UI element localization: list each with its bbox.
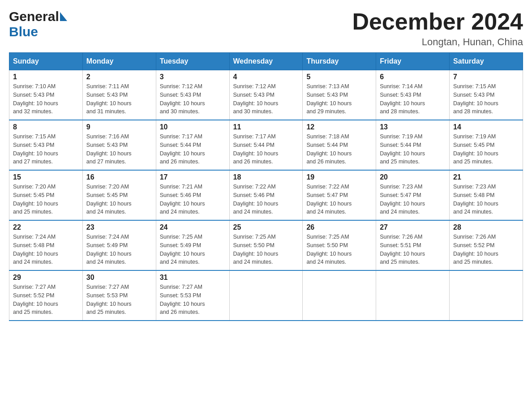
day-number: 22 xyxy=(13,223,79,231)
day-cell: 29Sunrise: 7:27 AMSunset: 5:52 PMDayligh… xyxy=(9,270,83,321)
day-cell: 23Sunrise: 7:24 AMSunset: 5:49 PMDayligh… xyxy=(82,220,156,270)
day-cell: 16Sunrise: 7:20 AMSunset: 5:45 PMDayligh… xyxy=(82,170,156,220)
day-info: Sunrise: 7:22 AMSunset: 5:46 PMDaylight:… xyxy=(233,183,299,216)
day-number: 25 xyxy=(233,223,299,231)
day-number: 12 xyxy=(306,123,372,131)
day-info: Sunrise: 7:25 AMSunset: 5:49 PMDaylight:… xyxy=(160,233,226,266)
header-tuesday: Tuesday xyxy=(156,53,229,70)
logo-arrow-icon xyxy=(60,12,67,21)
header-saturday: Saturday xyxy=(450,53,523,70)
day-number: 16 xyxy=(86,173,152,181)
day-info: Sunrise: 7:12 AMSunset: 5:43 PMDaylight:… xyxy=(233,82,299,116)
day-info: Sunrise: 7:25 AMSunset: 5:50 PMDaylight:… xyxy=(306,233,372,266)
day-cell: 17Sunrise: 7:21 AMSunset: 5:46 PMDayligh… xyxy=(156,170,229,220)
day-number: 3 xyxy=(160,73,226,81)
day-info: Sunrise: 7:20 AMSunset: 5:45 PMDaylight:… xyxy=(13,183,79,216)
day-cell: 7Sunrise: 7:15 AMSunset: 5:43 PMDaylight… xyxy=(450,70,523,120)
day-cell: 4Sunrise: 7:12 AMSunset: 5:43 PMDaylight… xyxy=(229,70,303,120)
day-number: 4 xyxy=(233,73,299,81)
day-cell: 14Sunrise: 7:19 AMSunset: 5:45 PMDayligh… xyxy=(450,120,523,170)
day-info: Sunrise: 7:23 AMSunset: 5:47 PMDaylight:… xyxy=(380,183,446,216)
header-row: SundayMondayTuesdayWednesdayThursdayFrid… xyxy=(9,53,523,70)
day-cell: 15Sunrise: 7:20 AMSunset: 5:45 PMDayligh… xyxy=(9,170,83,220)
title-block: December 2024 Longtan, Hunan, China xyxy=(352,9,523,48)
day-number: 5 xyxy=(306,73,372,81)
day-number: 14 xyxy=(453,123,519,131)
day-number: 7 xyxy=(453,73,519,81)
day-cell: 18Sunrise: 7:22 AMSunset: 5:46 PMDayligh… xyxy=(229,170,303,220)
day-number: 28 xyxy=(453,223,519,231)
day-cell xyxy=(303,270,376,321)
day-number: 6 xyxy=(380,73,446,81)
day-info: Sunrise: 7:25 AMSunset: 5:50 PMDaylight:… xyxy=(233,233,299,266)
day-cell xyxy=(450,270,523,321)
day-cell: 13Sunrise: 7:19 AMSunset: 5:44 PMDayligh… xyxy=(376,120,450,170)
day-cell: 24Sunrise: 7:25 AMSunset: 5:49 PMDayligh… xyxy=(156,220,229,270)
week-row-1: 1Sunrise: 7:10 AMSunset: 5:43 PMDaylight… xyxy=(9,70,523,120)
day-number: 30 xyxy=(86,274,152,282)
day-info: Sunrise: 7:10 AMSunset: 5:43 PMDaylight:… xyxy=(13,82,79,116)
day-info: Sunrise: 7:19 AMSunset: 5:45 PMDaylight:… xyxy=(453,133,519,166)
day-number: 18 xyxy=(233,173,299,181)
day-info: Sunrise: 7:22 AMSunset: 5:47 PMDaylight:… xyxy=(306,183,372,216)
location: Longtan, Hunan, China xyxy=(352,36,523,48)
header-thursday: Thursday xyxy=(303,53,376,70)
day-number: 8 xyxy=(13,123,79,131)
week-row-2: 8Sunrise: 7:15 AMSunset: 5:43 PMDaylight… xyxy=(9,120,523,170)
day-info: Sunrise: 7:23 AMSunset: 5:48 PMDaylight:… xyxy=(453,183,519,216)
day-number: 17 xyxy=(160,173,226,181)
day-cell: 31Sunrise: 7:27 AMSunset: 5:53 PMDayligh… xyxy=(156,270,229,321)
day-number: 2 xyxy=(86,73,152,81)
day-number: 10 xyxy=(160,123,226,131)
day-cell: 3Sunrise: 7:12 AMSunset: 5:43 PMDaylight… xyxy=(156,70,229,120)
week-row-4: 22Sunrise: 7:24 AMSunset: 5:48 PMDayligh… xyxy=(9,220,523,270)
day-cell: 21Sunrise: 7:23 AMSunset: 5:48 PMDayligh… xyxy=(450,170,523,220)
day-info: Sunrise: 7:17 AMSunset: 5:44 PMDaylight:… xyxy=(233,133,299,166)
day-info: Sunrise: 7:12 AMSunset: 5:43 PMDaylight:… xyxy=(160,82,226,116)
day-info: Sunrise: 7:14 AMSunset: 5:43 PMDaylight:… xyxy=(380,82,446,116)
week-row-5: 29Sunrise: 7:27 AMSunset: 5:52 PMDayligh… xyxy=(9,270,523,321)
header-friday: Friday xyxy=(376,53,450,70)
day-cell xyxy=(376,270,450,321)
header-wednesday: Wednesday xyxy=(229,53,303,70)
day-info: Sunrise: 7:27 AMSunset: 5:52 PMDaylight:… xyxy=(13,283,79,317)
day-number: 31 xyxy=(160,274,226,282)
day-number: 29 xyxy=(13,274,79,282)
day-info: Sunrise: 7:19 AMSunset: 5:44 PMDaylight:… xyxy=(380,133,446,166)
day-cell: 19Sunrise: 7:22 AMSunset: 5:47 PMDayligh… xyxy=(303,170,376,220)
logo-blue-text: Blue xyxy=(9,24,38,39)
day-info: Sunrise: 7:18 AMSunset: 5:44 PMDaylight:… xyxy=(306,133,372,166)
day-cell: 28Sunrise: 7:26 AMSunset: 5:52 PMDayligh… xyxy=(450,220,523,270)
day-info: Sunrise: 7:24 AMSunset: 5:48 PMDaylight:… xyxy=(13,233,79,266)
day-info: Sunrise: 7:27 AMSunset: 5:53 PMDaylight:… xyxy=(160,283,226,317)
day-info: Sunrise: 7:13 AMSunset: 5:43 PMDaylight:… xyxy=(306,82,372,116)
day-info: Sunrise: 7:26 AMSunset: 5:51 PMDaylight:… xyxy=(380,233,446,266)
month-title: December 2024 xyxy=(352,9,523,34)
day-number: 27 xyxy=(380,223,446,231)
day-cell: 8Sunrise: 7:15 AMSunset: 5:43 PMDaylight… xyxy=(9,120,83,170)
day-cell: 27Sunrise: 7:26 AMSunset: 5:51 PMDayligh… xyxy=(376,220,450,270)
day-cell: 22Sunrise: 7:24 AMSunset: 5:48 PMDayligh… xyxy=(9,220,83,270)
day-info: Sunrise: 7:26 AMSunset: 5:52 PMDaylight:… xyxy=(453,233,519,266)
day-info: Sunrise: 7:16 AMSunset: 5:43 PMDaylight:… xyxy=(86,133,152,166)
day-cell xyxy=(229,270,303,321)
day-number: 24 xyxy=(160,223,226,231)
day-number: 21 xyxy=(453,173,519,181)
day-number: 13 xyxy=(380,123,446,131)
header-monday: Monday xyxy=(82,53,156,70)
day-info: Sunrise: 7:11 AMSunset: 5:43 PMDaylight:… xyxy=(86,82,152,116)
week-row-3: 15Sunrise: 7:20 AMSunset: 5:45 PMDayligh… xyxy=(9,170,523,220)
day-cell: 6Sunrise: 7:14 AMSunset: 5:43 PMDaylight… xyxy=(376,70,450,120)
day-cell: 9Sunrise: 7:16 AMSunset: 5:43 PMDaylight… xyxy=(82,120,156,170)
day-cell: 1Sunrise: 7:10 AMSunset: 5:43 PMDaylight… xyxy=(9,70,83,120)
day-info: Sunrise: 7:20 AMSunset: 5:45 PMDaylight:… xyxy=(86,183,152,216)
day-cell: 30Sunrise: 7:27 AMSunset: 5:53 PMDayligh… xyxy=(82,270,156,321)
day-cell: 11Sunrise: 7:17 AMSunset: 5:44 PMDayligh… xyxy=(229,120,303,170)
day-info: Sunrise: 7:21 AMSunset: 5:46 PMDaylight:… xyxy=(160,183,226,216)
day-number: 9 xyxy=(86,123,152,131)
day-number: 11 xyxy=(233,123,299,131)
day-number: 26 xyxy=(306,223,372,231)
day-info: Sunrise: 7:15 AMSunset: 5:43 PMDaylight:… xyxy=(13,133,79,166)
day-info: Sunrise: 7:15 AMSunset: 5:43 PMDaylight:… xyxy=(453,82,519,116)
day-cell: 26Sunrise: 7:25 AMSunset: 5:50 PMDayligh… xyxy=(303,220,376,270)
